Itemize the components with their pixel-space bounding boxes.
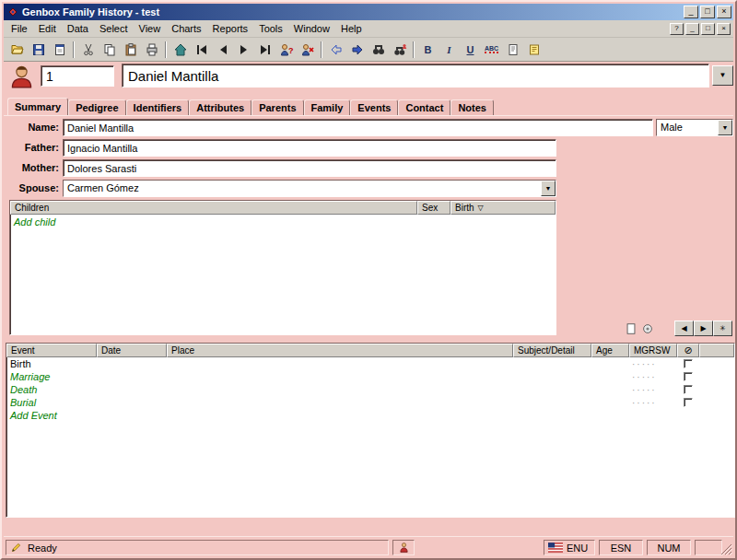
mdi-close-button[interactable]: × [717,23,731,35]
search-button[interactable] [368,40,389,60]
sex-column-header[interactable]: Sex [417,201,450,215]
language-secondary-panel[interactable]: ESN [599,540,643,555]
name-input[interactable] [63,119,653,136]
tab-parents[interactable]: Parents [252,99,303,115]
age-column-header[interactable]: Age [591,344,629,357]
last-record-button[interactable] [254,40,275,60]
menu-charts[interactable]: Charts [166,21,206,36]
print-button[interactable] [141,40,162,60]
tab-identifiers[interactable]: Identifiers [126,99,190,115]
previous-record-button[interactable] [212,40,233,60]
menu-select[interactable]: Select [94,21,134,36]
person-icon[interactable] [9,64,34,88]
find-person-button[interactable]: ? [275,40,297,60]
titlebar[interactable]: Genbox Family History - test _ □ × [4,4,733,20]
event-row-marriage[interactable]: Marriage ····· [6,370,734,383]
event-exclude-checkbox[interactable] [684,385,693,394]
menu-window[interactable]: Window [288,21,335,36]
next-record-button[interactable] [233,40,254,60]
mdi-minimize-button[interactable]: _ [685,23,699,35]
event-exclude-checkbox[interactable] [684,372,693,381]
spouse-dropdown-button[interactable]: ▼ [541,181,556,196]
search-person-button[interactable] [389,40,410,60]
copy-button[interactable] [99,40,120,60]
page-button[interactable] [623,321,639,336]
underline-button[interactable]: U [460,40,481,60]
properties-button[interactable] [49,40,70,60]
input-language-panel[interactable]: ENU [544,540,595,555]
tab-contact[interactable]: Contact [398,99,450,115]
event-name[interactable]: Death [6,384,97,395]
resize-grip[interactable] [720,543,732,555]
paste-button[interactable] [120,40,141,60]
bold-button[interactable]: B [417,40,439,60]
delete-person-button[interactable] [297,40,318,60]
person-id-field[interactable] [41,65,114,87]
event-row-death[interactable]: Death ····· [6,383,734,396]
event-row-burial[interactable]: Burial ····· [6,396,734,409]
tab-events[interactable]: Events [350,99,398,115]
event-name[interactable]: Burial [6,397,97,408]
add-event-row[interactable]: Add Event [6,409,734,422]
event-name[interactable]: Marriage [6,371,97,382]
person-name-field[interactable] [122,64,709,88]
photo-button[interactable] [639,321,656,336]
children-column-header[interactable]: Children [10,201,417,215]
spelling-button[interactable]: ABC [481,40,502,60]
spouse-combobox[interactable]: Carmen Gómez ▼ [63,180,556,197]
next-family-button[interactable]: ▶ [694,321,713,336]
tab-notes[interactable]: Notes [450,99,494,115]
first-record-button[interactable] [191,40,212,60]
forward-button[interactable] [346,40,368,60]
event-name[interactable]: Birth [6,358,97,369]
cut-button[interactable] [77,40,99,60]
exclude-icon: ⊘ [684,344,692,356]
tab-pedigree[interactable]: Pedigree [68,99,125,115]
memo-button[interactable] [523,40,544,60]
italic-button[interactable]: I [439,40,460,60]
sex-dropdown-button[interactable]: ▼ [718,120,732,135]
save-button[interactable] [28,40,49,60]
close-button[interactable]: × [717,6,731,18]
status-ready-panel: Ready [6,540,389,555]
birth-column-header[interactable]: Birth ▽ [450,201,556,215]
home-button[interactable] [170,40,191,60]
back-button[interactable] [325,40,346,60]
tab-family[interactable]: Family [304,99,351,115]
previous-family-button[interactable]: ◀ [674,321,694,336]
menu-help[interactable]: Help [335,21,368,36]
date-column-header[interactable]: Date [97,344,167,357]
mdi-controls: ? _ □ × [668,23,733,35]
save-icon [31,42,46,57]
menu-reports[interactable]: Reports [207,21,254,36]
mother-input[interactable] [63,159,556,177]
add-child-row[interactable]: Add child [10,215,556,228]
mdi-help-button[interactable]: ? [670,23,684,35]
place-column-header[interactable]: Place [167,344,513,357]
add-child-link[interactable]: Add child [10,216,556,228]
menu-file[interactable]: File [6,21,33,36]
event-row-birth[interactable]: Birth ····· [6,357,734,370]
open-button[interactable] [6,40,28,60]
menu-tools[interactable]: Tools [253,21,288,36]
event-exclude-checkbox[interactable] [684,398,693,407]
menu-edit[interactable]: Edit [33,21,62,36]
subject-detail-column-header[interactable]: Subject/Detail [513,344,591,357]
father-input[interactable] [63,139,556,157]
menu-view[interactable]: View [134,21,167,36]
menu-data[interactable]: Data [62,21,94,36]
note-button[interactable] [502,40,523,60]
sex-combobox[interactable]: Male ▼ [656,119,733,136]
add-event-link[interactable]: Add Event [6,410,97,421]
maximize-button[interactable]: □ [700,6,715,18]
minimize-button[interactable]: _ [684,6,698,18]
mdi-restore-button[interactable]: □ [701,23,715,35]
tab-summary[interactable]: Summary [7,98,68,115]
event-column-header[interactable]: Event [6,344,97,357]
exclude-column-header[interactable]: ⊘ [677,344,699,357]
person-filter-button[interactable]: ▼ [712,65,733,86]
more-families-button[interactable]: ✳ [713,321,732,336]
mgrsw-column-header[interactable]: MGRSW [629,344,677,357]
event-exclude-checkbox[interactable] [684,359,693,368]
tab-attributes[interactable]: Attributes [189,99,252,115]
